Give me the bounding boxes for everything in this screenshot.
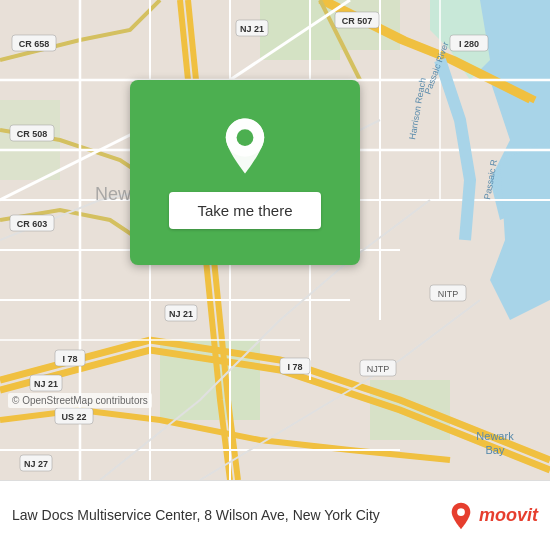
svg-text:CR 603: CR 603 [17, 219, 48, 229]
svg-text:NJ 21: NJ 21 [34, 379, 58, 389]
moovit-brand-text: moovit [479, 505, 538, 526]
svg-point-42 [457, 508, 465, 516]
svg-text:NJ 21: NJ 21 [240, 24, 264, 34]
map-copyright: © OpenStreetMap contributors [8, 393, 152, 408]
svg-text:NJ 27: NJ 27 [24, 459, 48, 469]
svg-text:CR 507: CR 507 [342, 16, 373, 26]
location-pin-icon [220, 116, 270, 176]
navigation-card: Take me there [130, 80, 360, 265]
svg-text:Newark: Newark [476, 430, 514, 442]
bottom-bar: Law Docs Multiservice Center, 8 Wilson A… [0, 480, 550, 550]
svg-text:NJTP: NJTP [367, 364, 390, 374]
svg-text:I 78: I 78 [62, 354, 77, 364]
moovit-pin-icon [447, 502, 475, 530]
svg-rect-4 [370, 380, 450, 440]
svg-text:I 78: I 78 [287, 362, 302, 372]
svg-text:I 280: I 280 [459, 39, 479, 49]
moovit-logo: moovit [447, 502, 538, 530]
svg-text:CR 508: CR 508 [17, 129, 48, 139]
svg-text:NJ 21: NJ 21 [169, 309, 193, 319]
svg-text:Bay: Bay [486, 444, 505, 456]
svg-text:CR 658: CR 658 [19, 39, 50, 49]
svg-point-41 [237, 129, 254, 146]
take-me-there-button[interactable]: Take me there [169, 192, 320, 229]
location-address: Law Docs Multiservice Center, 8 Wilson A… [12, 506, 447, 524]
map-container: CR 658 NJ 21 CR 507 I 280 CR 508 Newa CR… [0, 0, 550, 480]
svg-text:US 22: US 22 [61, 412, 86, 422]
svg-text:NITP: NITP [438, 289, 459, 299]
